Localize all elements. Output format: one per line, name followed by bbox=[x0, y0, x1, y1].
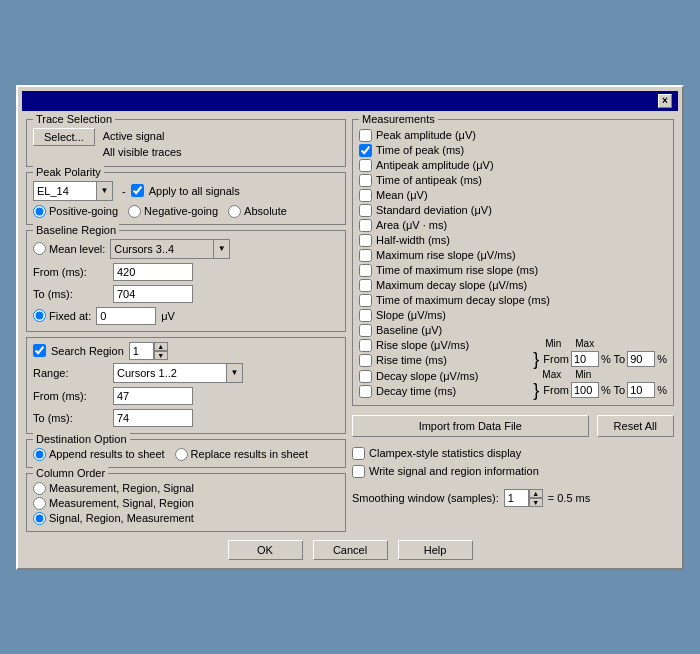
col-order-label-1: Measurement, Signal, Region bbox=[49, 497, 194, 509]
decay-to-input[interactable] bbox=[627, 382, 655, 398]
peak-polarity-group: Peak Polarity EL_14 ▼ - Apply to all sig… bbox=[26, 172, 346, 225]
smooth-up-button[interactable]: ▲ bbox=[529, 489, 543, 498]
decay-max-header: Max bbox=[533, 369, 561, 380]
smooth-row: Smoothing window (samples): ▲ ▼ = 0.5 ms bbox=[352, 489, 674, 507]
range-arrow-icon[interactable]: ▼ bbox=[226, 364, 242, 382]
meas-item-9: Time of maximum rise slope (ms) bbox=[359, 263, 667, 278]
fixed-input[interactable] bbox=[96, 307, 156, 325]
spinner-input[interactable] bbox=[129, 342, 154, 360]
smooth-input[interactable] bbox=[504, 489, 529, 507]
fixed-unit: μV bbox=[161, 310, 175, 322]
absolute-radio[interactable]: Absolute bbox=[228, 205, 287, 218]
smooth-spinner[interactable]: ▲ ▼ bbox=[504, 489, 543, 507]
meas-check-2[interactable] bbox=[359, 159, 372, 172]
spin-down-button[interactable]: ▼ bbox=[154, 351, 168, 360]
to-input[interactable] bbox=[113, 285, 193, 303]
meas-check-0[interactable] bbox=[359, 129, 372, 142]
decay-brace: } bbox=[533, 381, 539, 399]
reset-button[interactable]: Reset All bbox=[597, 415, 674, 437]
search-spinner[interactable]: ▲ ▼ bbox=[129, 342, 168, 360]
meas-check-4[interactable] bbox=[359, 189, 372, 202]
negative-going-radio[interactable]: Negative-going bbox=[128, 205, 218, 218]
write-signal-label: Write signal and region information bbox=[369, 464, 539, 479]
col-order-radio-1[interactable]: Measurement, Signal, Region bbox=[33, 497, 339, 510]
action-row: Import from Data File Reset All bbox=[352, 415, 674, 437]
write-signal-row: Write signal and region information bbox=[352, 464, 674, 479]
from-input[interactable] bbox=[113, 263, 193, 281]
absolute-label: Absolute bbox=[244, 205, 287, 217]
meas-item-13: Baseline (μV) bbox=[359, 323, 667, 338]
col-order-radio-2[interactable]: Signal, Region, Measurement bbox=[33, 512, 339, 525]
column-order-group: Column Order Measurement, Region, Signal… bbox=[26, 473, 346, 532]
import-button[interactable]: Import from Data File bbox=[352, 415, 589, 437]
meas-label-15: Rise time (ms) bbox=[376, 353, 447, 368]
rise-to-input[interactable] bbox=[627, 351, 655, 367]
ok-button[interactable]: OK bbox=[228, 540, 303, 560]
append-label: Append results to sheet bbox=[49, 448, 165, 460]
cursors-combo[interactable]: Cursors 3..4 ▼ bbox=[110, 239, 230, 259]
meas-item-14: Rise slope (μV/ms) bbox=[359, 338, 529, 353]
meas-check-10[interactable] bbox=[359, 279, 372, 292]
meas-item-12: Slope (μV/ms) bbox=[359, 308, 667, 323]
clampex-checkbox[interactable] bbox=[352, 447, 365, 460]
replace-radio[interactable]: Replace results in sheet bbox=[175, 448, 308, 461]
select-button[interactable]: Select... bbox=[33, 128, 95, 146]
close-button[interactable]: × bbox=[658, 94, 672, 108]
meas-check-12[interactable] bbox=[359, 309, 372, 322]
fixed-label: Fixed at: bbox=[49, 310, 91, 322]
meas-check-5[interactable] bbox=[359, 204, 372, 217]
help-button[interactable]: Help bbox=[398, 540, 473, 560]
cancel-button[interactable]: Cancel bbox=[313, 540, 388, 560]
smooth-down-button[interactable]: ▼ bbox=[529, 498, 543, 507]
search-to-input[interactable] bbox=[113, 409, 193, 427]
peak-polarity-combo[interactable]: EL_14 ▼ bbox=[33, 181, 113, 201]
meas-check-7[interactable] bbox=[359, 234, 372, 247]
all-visible-label: All visible traces bbox=[103, 144, 182, 160]
meas-check-1[interactable] bbox=[359, 144, 372, 157]
range-value: Cursors 1..2 bbox=[114, 367, 226, 379]
search-region-checkbox[interactable] bbox=[33, 344, 46, 357]
meas-check-11[interactable] bbox=[359, 294, 372, 307]
smoothing-label: Smoothing window (samples): bbox=[352, 492, 499, 504]
decay-slope-row: Decay slope (μV/ms) Decay time (ms) Max bbox=[359, 369, 667, 399]
col-order-radio-0[interactable]: Measurement, Region, Signal bbox=[33, 482, 339, 495]
meas-label-8: Maximum rise slope (μV/ms) bbox=[376, 248, 516, 263]
mean-level-radio[interactable]: Mean level: bbox=[33, 242, 105, 255]
meas-check-15[interactable] bbox=[359, 354, 372, 367]
combo-arrow-icon[interactable]: ▼ bbox=[96, 182, 112, 200]
meas-label-17: Decay time (ms) bbox=[376, 384, 456, 399]
positive-going-radio[interactable]: Positive-going bbox=[33, 205, 118, 218]
append-radio[interactable]: Append results to sheet bbox=[33, 448, 165, 461]
spin-up-button[interactable]: ▲ bbox=[154, 342, 168, 351]
pct-to-label-rise: % To bbox=[601, 353, 625, 365]
search-to-label: To (ms): bbox=[33, 412, 108, 424]
measurements-group: Measurements Peak amplitude (μV) Time of… bbox=[352, 119, 674, 406]
apply-all-checkbox[interactable] bbox=[131, 184, 144, 197]
smoothing-result: = 0.5 ms bbox=[548, 492, 591, 504]
decay-from-input[interactable] bbox=[571, 382, 599, 398]
fixed-radio[interactable]: Fixed at: bbox=[33, 309, 91, 322]
meas-check-8[interactable] bbox=[359, 249, 372, 262]
meas-check-6[interactable] bbox=[359, 219, 372, 232]
title-bar: × bbox=[22, 91, 678, 111]
baseline-region-group: Baseline Region Mean level: Cursors 3..4… bbox=[26, 230, 346, 332]
meas-check-16[interactable] bbox=[359, 370, 372, 383]
from-label-decay: From bbox=[543, 384, 569, 396]
trace-selection-title: Trace Selection bbox=[33, 113, 115, 125]
negative-going-label: Negative-going bbox=[144, 205, 218, 217]
meas-check-14[interactable] bbox=[359, 339, 372, 352]
meas-item-1: Time of peak (ms) bbox=[359, 143, 667, 158]
meas-label-13: Baseline (μV) bbox=[376, 323, 442, 338]
meas-item-11: Time of maximum decay slope (ms) bbox=[359, 293, 667, 308]
write-signal-checkbox[interactable] bbox=[352, 465, 365, 478]
meas-check-3[interactable] bbox=[359, 174, 372, 187]
meas-item-0: Peak amplitude (μV) bbox=[359, 128, 667, 143]
meas-check-9[interactable] bbox=[359, 264, 372, 277]
meas-label-12: Slope (μV/ms) bbox=[376, 308, 446, 323]
range-combo[interactable]: Cursors 1..2 ▼ bbox=[113, 363, 243, 383]
rise-from-input[interactable] bbox=[571, 351, 599, 367]
cursors-arrow-icon[interactable]: ▼ bbox=[213, 240, 229, 258]
search-from-input[interactable] bbox=[113, 387, 193, 405]
meas-check-17[interactable] bbox=[359, 385, 372, 398]
meas-check-13[interactable] bbox=[359, 324, 372, 337]
